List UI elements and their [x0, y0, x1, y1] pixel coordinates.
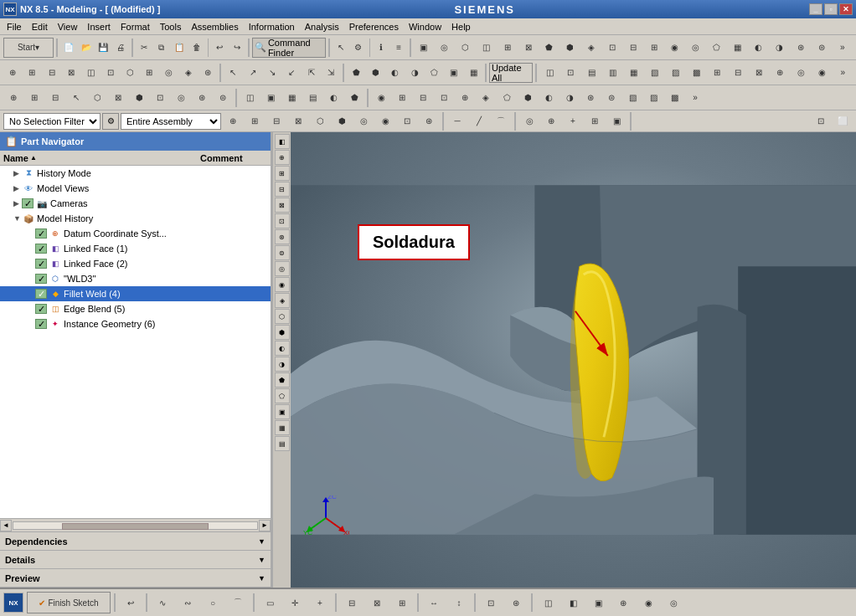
tb2-c5[interactable]: ▦ — [623, 63, 643, 83]
close-button[interactable]: ✕ — [839, 3, 853, 15]
tb3-d13[interactable]: ▣ — [260, 88, 281, 108]
tb3-d4[interactable]: ↖ — [66, 88, 86, 108]
scroll-track[interactable] — [13, 521, 258, 530]
bt-rect[interactable]: ▭ — [258, 592, 281, 613]
side-icon-12[interactable]: ⬡ — [275, 309, 290, 324]
tb2-c3[interactable]: ▤ — [581, 63, 601, 83]
tb-btn-a17[interactable]: ◐ — [749, 38, 769, 58]
bt-undo-icon[interactable]: ↩ — [119, 592, 142, 613]
expand-toolbar3-btn[interactable]: » — [685, 88, 705, 108]
tb2-b12[interactable]: ↖ — [224, 63, 242, 83]
tb-btn-a9[interactable]: ◈ — [581, 38, 601, 58]
tb2-b21[interactable]: ◑ — [405, 63, 424, 83]
side-icon-20[interactable]: ▤ — [275, 436, 290, 451]
3d-viewport[interactable]: Soldadura ZC XC YC — [291, 132, 856, 588]
side-icon-2[interactable]: ⊕ — [275, 150, 290, 165]
tb3-e5[interactable]: ⊕ — [455, 88, 475, 108]
bt-c1[interactable]: ⊟ — [340, 592, 364, 613]
tb-btn-a8[interactable]: ⬢ — [560, 38, 580, 58]
fb-btn1[interactable]: ⊕ — [223, 111, 243, 131]
tb2-b5[interactable]: ◫ — [81, 63, 100, 83]
delete-button[interactable]: 🗑 — [188, 38, 205, 58]
tb-btn-a10[interactable]: ⊡ — [602, 38, 622, 58]
nav-item-wld3[interactable]: ✓ ⬡ "WLD3" — [0, 271, 271, 286]
nav-item-model-history[interactable]: ▼ 📦 Model History — [0, 211, 271, 226]
menu-view[interactable]: View — [53, 20, 83, 33]
menu-file[interactable]: File — [2, 20, 27, 33]
tb3-e4[interactable]: ⊡ — [434, 88, 454, 108]
side-icon-7[interactable]: ⊛ — [275, 229, 290, 244]
tb2-b15[interactable]: ↙ — [282, 63, 301, 83]
bt-f1[interactable]: ◫ — [536, 592, 559, 613]
bt-arc[interactable]: ⌒ — [226, 592, 250, 613]
expand-toolbar-btn[interactable]: » — [833, 38, 853, 58]
tb-btn-a3[interactable]: ⬡ — [456, 38, 476, 58]
tb2-b9[interactable]: ◎ — [160, 63, 178, 83]
menu-insert[interactable]: Insert — [82, 20, 116, 33]
fb-btn17[interactable]: ⊞ — [585, 111, 605, 131]
bt-point[interactable]: ✛ — [283, 592, 307, 613]
fb-btn9[interactable]: ⊡ — [397, 111, 417, 131]
menu-assemblies[interactable]: Assemblies — [186, 20, 243, 33]
fb-btn2[interactable]: ⊞ — [245, 111, 265, 131]
command-finder-container[interactable]: 🔍 Command Finder — [252, 38, 326, 58]
tb3-d11[interactable]: ⊜ — [213, 88, 233, 108]
tb2-b24[interactable]: ▦ — [464, 63, 482, 83]
bt-d1[interactable]: ↔ — [422, 592, 446, 613]
menu-edit[interactable]: Edit — [27, 20, 53, 33]
tb-btn-a1[interactable]: ▣ — [414, 38, 434, 58]
side-icon-15[interactable]: ◑ — [275, 357, 290, 372]
restore-button[interactable]: ▫ — [824, 3, 838, 15]
side-icon-17[interactable]: ⬠ — [275, 388, 290, 403]
nav-item-instance-geometry[interactable]: ✓ ✦ Instance Geometry (6) — [0, 316, 271, 331]
bt-curve1[interactable]: ∿ — [151, 592, 174, 613]
minimize-button[interactable]: _ — [809, 3, 822, 15]
scroll-left-btn[interactable]: ◄ — [0, 520, 12, 531]
tb2-b13[interactable]: ↗ — [244, 63, 262, 83]
tb2-b1[interactable]: ⊕ — [3, 63, 22, 83]
tb3-e1[interactable]: ◉ — [371, 88, 391, 108]
paste-button[interactable]: 📋 — [171, 38, 188, 58]
layout-full-btn[interactable]: ⬜ — [833, 111, 853, 131]
menu-window[interactable]: Window — [404, 20, 446, 33]
fb-btn13[interactable]: ⌒ — [491, 111, 511, 131]
tb2-b8[interactable]: ⊞ — [140, 63, 158, 83]
tb2-c10[interactable]: ⊟ — [728, 63, 748, 83]
tb3-d1[interactable]: ⊕ — [3, 88, 23, 108]
tb2-b17[interactable]: ⇲ — [322, 63, 340, 83]
side-icon-13[interactable]: ⬢ — [275, 325, 290, 340]
nav-item-fillet-weld[interactable]: ✓ ◆ Fillet Weld (4) — [0, 286, 271, 301]
tb2-b4[interactable]: ⊠ — [62, 63, 80, 83]
fb-btn6[interactable]: ⬢ — [332, 111, 352, 131]
side-icon-18[interactable]: ▣ — [275, 404, 290, 419]
tb3-e6[interactable]: ◈ — [476, 88, 496, 108]
tb3-d3[interactable]: ⊟ — [45, 88, 65, 108]
tb3-e14[interactable]: ▨ — [643, 88, 663, 108]
tb-btn-a16[interactable]: ▦ — [728, 38, 748, 58]
tb-btn-a19[interactable]: ⊛ — [791, 38, 811, 58]
nav-item-model-views[interactable]: ▶ 👁 Model Views — [0, 181, 271, 196]
fb-btn4[interactable]: ⊠ — [288, 111, 308, 131]
tb-btn-a11[interactable]: ⊟ — [623, 38, 643, 58]
bt-f2[interactable]: ◧ — [561, 592, 585, 613]
menu-tools[interactable]: Tools — [155, 20, 187, 33]
side-icon-10[interactable]: ◉ — [275, 277, 290, 292]
fb-btn11[interactable]: ─ — [447, 111, 467, 131]
tb2-c11[interactable]: ⊠ — [749, 63, 769, 83]
tb-btn-a20[interactable]: ⊜ — [812, 38, 832, 58]
bt-e2[interactable]: ⊛ — [504, 592, 528, 613]
tb3-e11[interactable]: ⊛ — [580, 88, 601, 108]
nav-item-edge-blend[interactable]: ✓ ◫ Edge Blend (5) — [0, 301, 271, 316]
selection-filter-dropdown[interactable]: No Selection Filter — [3, 113, 101, 130]
fb-btn15[interactable]: ⊕ — [541, 111, 561, 131]
fb-btn18[interactable]: ▣ — [606, 111, 627, 131]
tb3-e7[interactable]: ⬠ — [497, 88, 517, 108]
side-icon-9[interactable]: ◎ — [275, 261, 290, 276]
bt-curve2[interactable]: ∾ — [176, 592, 199, 613]
info-button[interactable]: ℹ — [373, 38, 389, 58]
tb3-e12[interactable]: ⊜ — [601, 88, 621, 108]
tb3-d16[interactable]: ◐ — [323, 88, 343, 108]
tb3-e3[interactable]: ⊟ — [413, 88, 433, 108]
tb3-e13[interactable]: ▧ — [622, 88, 642, 108]
tb3-d14[interactable]: ▦ — [281, 88, 302, 108]
